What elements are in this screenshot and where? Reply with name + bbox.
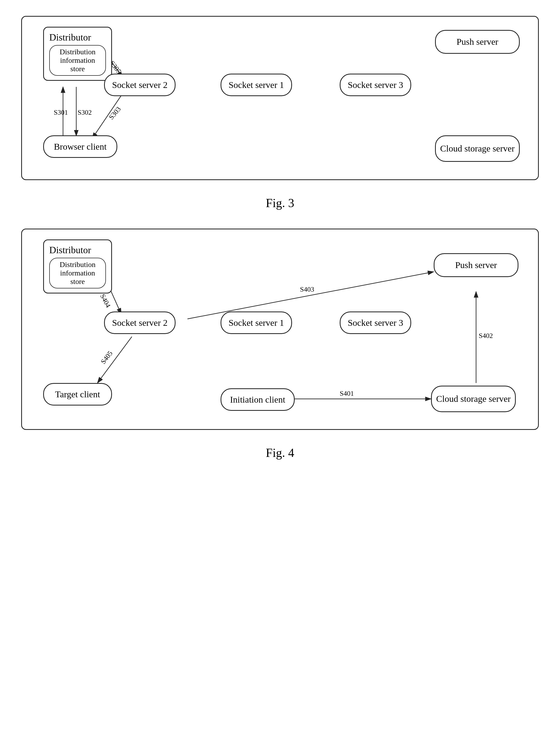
target-node: Target client	[43, 383, 112, 405]
initiation-node: Initiation client	[221, 388, 295, 411]
fig4-socket3-label: Socket server 3	[348, 318, 403, 328]
s303-label: S303	[107, 105, 122, 121]
fig4-cloud-label: Cloud storage server	[436, 394, 510, 404]
push-server-label: Push server	[457, 37, 498, 47]
distributor-inner: Distribution information store	[49, 45, 106, 76]
fig4-distributor-node: Distributor Distribution information sto…	[43, 239, 112, 294]
socket1-node: Socket server 1	[221, 74, 292, 96]
fig4-socket2-node: Socket server 2	[104, 311, 175, 334]
fig4-socket2-label: Socket server 2	[112, 318, 168, 328]
fig4-push-server-node: Push server	[434, 253, 518, 277]
fig4-distributor-inner: Distribution information store	[49, 258, 106, 288]
s401-label: S401	[340, 390, 354, 397]
cloud-label: Cloud storage server	[440, 144, 514, 154]
fig3-caption: Fig. 3	[21, 196, 539, 210]
svg-line-4	[92, 93, 123, 139]
svg-line-10	[97, 337, 132, 383]
target-label: Target client	[55, 389, 100, 399]
fig3-diagram: S305 S301 S302 S303 Distributor Distribu…	[21, 16, 539, 180]
push-server-node: Push server	[435, 30, 520, 54]
s405-label: S405	[99, 350, 114, 366]
s301-label: S301	[54, 109, 68, 116]
browser-label: Browser client	[54, 142, 106, 152]
fig4-diagram: S404 S403 S402 S401 S405 Distributor Dis…	[21, 229, 539, 430]
cloud-node: Cloud storage server	[435, 135, 520, 162]
initiation-label: Initiation client	[230, 395, 286, 405]
socket2-node: Socket server 2	[104, 74, 175, 96]
fig4-distributor-title: Distributor	[49, 244, 91, 256]
fig4-socket1-node: Socket server 1	[221, 311, 292, 334]
s402-label: S402	[479, 332, 493, 340]
fig4-push-server-label: Push server	[455, 260, 497, 270]
socket1-label: Socket server 1	[228, 80, 284, 90]
s302-label: S302	[78, 109, 92, 116]
s403-label: S403	[300, 285, 314, 293]
s404-label: S404	[99, 293, 112, 309]
distributor-title: Distributor	[49, 32, 91, 43]
fig4-cloud-node: Cloud storage server	[431, 385, 516, 412]
fig4-caption: Fig. 4	[21, 446, 539, 460]
socket3-label: Socket server 3	[348, 80, 403, 90]
fig4-socket3-node: Socket server 3	[340, 311, 411, 334]
fig4-socket1-label: Socket server 1	[228, 318, 284, 328]
distributor-node: Distributor Distribution information sto…	[43, 27, 112, 81]
socket2-label: Socket server 2	[112, 80, 168, 90]
socket3-node: Socket server 3	[340, 74, 411, 96]
browser-node: Browser client	[43, 135, 117, 158]
